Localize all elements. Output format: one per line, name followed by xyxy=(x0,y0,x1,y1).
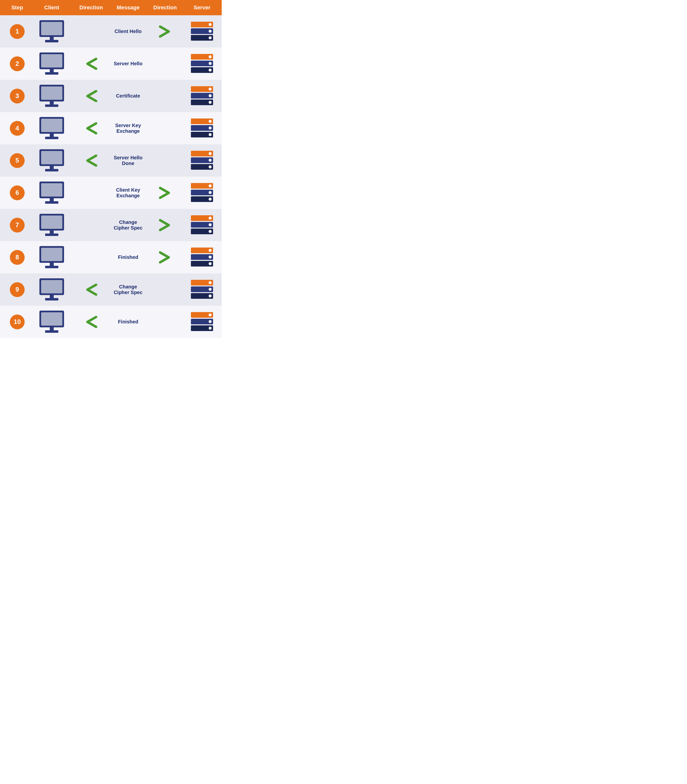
svg-rect-63 xyxy=(45,233,58,236)
svg-point-75 xyxy=(209,249,212,252)
svg-rect-23 xyxy=(45,104,58,107)
svg-point-19 xyxy=(209,69,212,71)
svg-rect-83 xyxy=(45,298,58,301)
server-cell xyxy=(185,248,219,267)
svg-rect-21 xyxy=(41,87,62,100)
table-row: 3 Certificate xyxy=(0,80,222,112)
message-cell: Change Cipher Spec xyxy=(111,284,145,295)
step-cell: 5 xyxy=(2,153,32,168)
svg-rect-2 xyxy=(50,37,54,40)
svg-rect-51 xyxy=(41,183,62,197)
table-row: 8 Finished xyxy=(0,241,222,273)
table-row: 6 Client Key Exchange xyxy=(0,177,222,209)
header-client: Client xyxy=(32,5,71,11)
svg-point-67 xyxy=(209,223,212,226)
direction-right-cell xyxy=(145,250,185,265)
svg-point-45 xyxy=(209,152,212,155)
table-row: 7 Change Cipher Spec xyxy=(0,209,222,241)
header-message: Message xyxy=(111,5,145,11)
table-row: 4 Server Key Exchange xyxy=(0,112,222,144)
table-header: Step Client Direction Message Direction … xyxy=(0,0,222,15)
server-cell xyxy=(185,312,219,332)
direction-left-cell xyxy=(71,56,111,71)
message-cell: Server Hello Done xyxy=(111,155,145,166)
svg-rect-61 xyxy=(41,215,62,229)
svg-point-37 xyxy=(209,127,212,129)
table-row: 2 Server Hello xyxy=(0,48,222,80)
svg-rect-92 xyxy=(50,327,54,331)
svg-point-77 xyxy=(209,255,212,258)
header-step: Step xyxy=(2,5,32,11)
step-badge: 1 xyxy=(10,24,25,39)
svg-point-89 xyxy=(209,294,212,297)
step-cell: 4 xyxy=(2,121,32,136)
direction-left-cell xyxy=(71,314,111,329)
server-cell xyxy=(185,54,219,74)
svg-point-15 xyxy=(209,55,212,58)
svg-point-7 xyxy=(209,30,212,33)
table-body: 1 Client Hello xyxy=(0,15,222,338)
svg-rect-11 xyxy=(41,54,62,67)
step-cell: 3 xyxy=(2,89,32,104)
svg-rect-62 xyxy=(50,230,54,234)
svg-point-65 xyxy=(209,217,212,219)
svg-point-25 xyxy=(209,87,212,90)
message-cell: Client Hello xyxy=(111,29,145,34)
svg-rect-71 xyxy=(41,248,62,261)
client-cell xyxy=(32,181,71,204)
svg-rect-73 xyxy=(45,266,58,268)
svg-point-57 xyxy=(209,191,212,194)
direction-left-cell xyxy=(71,282,111,297)
svg-point-55 xyxy=(209,184,212,187)
client-cell xyxy=(32,310,71,334)
direction-left-cell xyxy=(71,153,111,168)
svg-rect-12 xyxy=(50,69,54,73)
server-cell xyxy=(185,183,219,203)
svg-rect-81 xyxy=(41,280,62,293)
step-badge: 7 xyxy=(10,218,25,232)
direction-right-cell xyxy=(145,218,185,232)
table-row: 5 Server Hello Done xyxy=(0,144,222,177)
client-cell xyxy=(32,246,71,269)
table-container: Step Client Direction Message Direction … xyxy=(0,0,222,338)
svg-point-99 xyxy=(209,327,212,330)
table-row: 9 Change Cipher Spec xyxy=(0,273,222,306)
svg-rect-32 xyxy=(50,134,54,137)
svg-point-87 xyxy=(209,288,212,291)
message-cell: Finished xyxy=(111,319,145,325)
svg-point-47 xyxy=(209,159,212,161)
step-cell: 9 xyxy=(2,282,32,297)
server-cell xyxy=(185,280,219,299)
client-cell xyxy=(32,20,71,43)
step-cell: 7 xyxy=(2,218,32,232)
step-cell: 8 xyxy=(2,250,32,265)
message-cell: Change Cipher Spec xyxy=(111,219,145,231)
direction-right-cell xyxy=(145,24,185,39)
svg-point-49 xyxy=(209,165,212,168)
svg-rect-72 xyxy=(50,263,54,266)
step-badge: 4 xyxy=(10,121,25,136)
server-cell xyxy=(185,86,219,106)
client-cell xyxy=(32,84,71,108)
table-row: 1 Client Hello xyxy=(0,15,222,48)
svg-rect-3 xyxy=(45,40,58,43)
step-badge: 5 xyxy=(10,153,25,168)
server-cell xyxy=(185,22,219,41)
header-direction-right: Direction xyxy=(145,5,185,11)
svg-rect-93 xyxy=(45,330,58,333)
svg-point-69 xyxy=(209,230,212,233)
client-cell xyxy=(32,149,71,172)
step-cell: 10 xyxy=(2,314,32,329)
header-server: Server xyxy=(185,5,219,11)
svg-rect-1 xyxy=(41,22,62,35)
table-row: 10 Finished xyxy=(0,306,222,338)
svg-rect-33 xyxy=(45,137,58,139)
step-badge: 3 xyxy=(10,89,25,104)
direction-right-cell xyxy=(145,186,185,200)
svg-point-17 xyxy=(209,62,212,65)
step-badge: 2 xyxy=(10,56,25,71)
client-cell xyxy=(32,213,71,237)
message-cell: Server Hello xyxy=(111,61,145,66)
svg-point-85 xyxy=(209,281,212,284)
message-cell: Server Key Exchange xyxy=(111,123,145,134)
